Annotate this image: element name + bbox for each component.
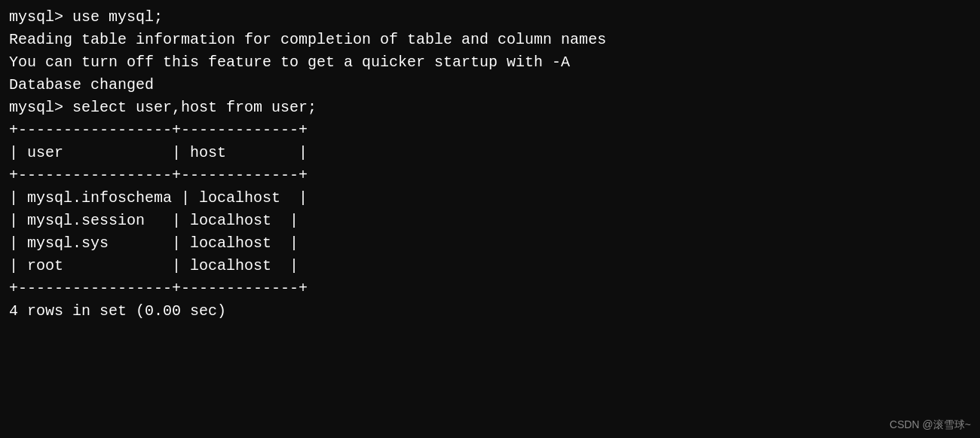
terminal-line-12: | root | localhost |	[9, 255, 971, 277]
terminal-line-3: You can turn off this feature to get a q…	[9, 51, 971, 74]
watermark: CSDN @滚雪球~	[890, 418, 971, 432]
terminal-line-13: +-----------------+-------------+	[9, 277, 971, 300]
terminal-window: mysql> use mysql; Reading table informat…	[0, 0, 980, 438]
terminal-line-14: 4 rows in set (0.00 sec)	[9, 300, 971, 323]
terminal-line-1: mysql> use mysql;	[9, 6, 971, 29]
terminal-line-9: | mysql.infoschema | localhost |	[9, 187, 971, 210]
terminal-line-8: +-----------------+-------------+	[9, 164, 971, 187]
terminal-line-5: mysql> select user,host from user;	[9, 96, 971, 119]
terminal-line-7: | user | host |	[9, 142, 971, 164]
terminal-line-10: | mysql.session | localhost |	[9, 210, 971, 232]
terminal-line-6: +-----------------+-------------+	[9, 119, 971, 142]
terminal-line-11: | mysql.sys | localhost |	[9, 232, 971, 255]
terminal-line-4: Database changed	[9, 74, 971, 96]
terminal-line-2: Reading table information for completion…	[9, 29, 971, 51]
